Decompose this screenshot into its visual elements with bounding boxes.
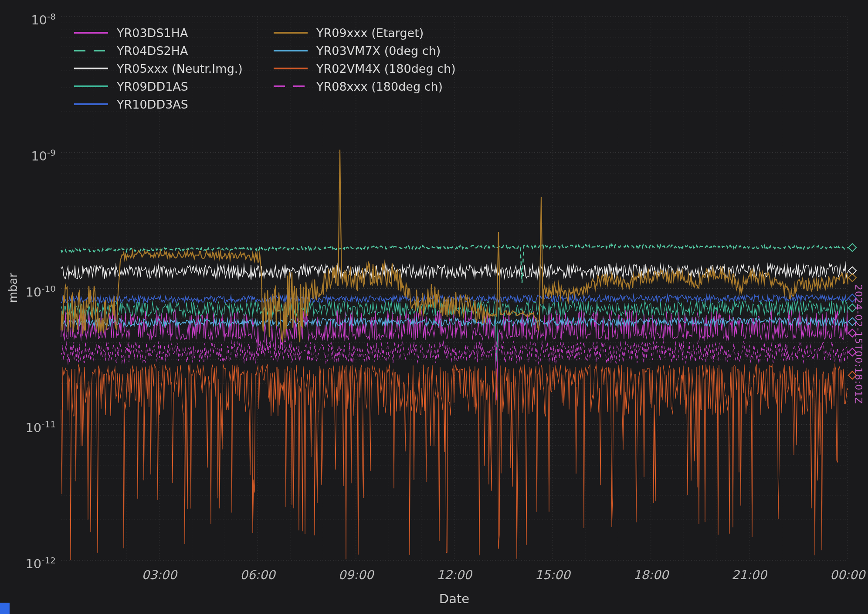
- legend-label: YR08xxx (180deg ch): [316, 80, 443, 93]
- legend-item: YR10DD3AS: [74, 97, 274, 112]
- y-axis-title: mbar: [7, 273, 20, 303]
- y-tick-base: 10: [25, 420, 41, 435]
- x-tick-label: 00:00: [815, 568, 868, 582]
- legend-item: YR08xxx (180deg ch): [274, 79, 473, 94]
- y-tick-label: 10-11: [0, 417, 56, 435]
- legend-item: YR09xxx (Etarget): [274, 25, 473, 40]
- legend-swatch: [74, 32, 108, 34]
- legend-item: YR09DD1AS: [74, 79, 274, 94]
- x-tick-label: 15:00: [520, 568, 585, 582]
- legend-swatch: [274, 50, 308, 51]
- y-tick-base: 10: [31, 13, 47, 27]
- legend-label: YR03DS1HA: [117, 26, 188, 40]
- legend-column: YR09xxx (Etarget)YR03VM7X (0deg ch)YR02V…: [274, 25, 473, 112]
- y-tick-base: 10: [25, 284, 41, 299]
- chart-stage: YR03DS1HAYR04DS2HAYR05xxx (Neutr.Img.)YR…: [0, 0, 868, 614]
- y-tick-exponent: -8: [47, 11, 56, 22]
- legend-label: YR09DD1AS: [117, 80, 188, 93]
- legend-swatch: [74, 103, 108, 105]
- x-tick-label: 09:00: [323, 568, 389, 582]
- legend-label: YR03VM7X (0deg ch): [316, 44, 441, 58]
- timestamp-annotation: 2024-02-15T00:18:01Z: [853, 284, 864, 404]
- legend-swatch: [274, 85, 308, 87]
- y-tick-label: 10-9: [0, 145, 56, 164]
- legend-swatch: [274, 32, 308, 34]
- legend: YR03DS1HAYR04DS2HAYR05xxx (Neutr.Img.)YR…: [74, 25, 473, 112]
- legend-item: YR04DS2HA: [74, 43, 274, 58]
- x-axis-title: Date: [61, 591, 848, 606]
- y-tick-label: 10-12: [0, 553, 56, 571]
- legend-label: YR02VM4X (180deg ch): [316, 62, 456, 75]
- legend-swatch: [74, 50, 108, 51]
- legend-label: YR10DD3AS: [117, 98, 188, 111]
- y-tick-exponent: -9: [47, 147, 56, 158]
- legend-column: YR03DS1HAYR04DS2HAYR05xxx (Neutr.Img.)YR…: [74, 25, 274, 112]
- y-tick-exponent: -10: [41, 283, 56, 294]
- legend-item: YR03DS1HA: [74, 25, 274, 40]
- y-tick-exponent: -12: [41, 555, 56, 566]
- legend-item: YR03VM7X (0deg ch): [274, 43, 473, 58]
- legend-swatch: [74, 68, 108, 69]
- y-tick-base: 10: [25, 556, 41, 571]
- legend-label: YR09xxx (Etarget): [316, 26, 424, 40]
- legend-swatch: [274, 68, 308, 69]
- legend-label: YR05xxx (Neutr.Img.): [117, 62, 243, 75]
- corner-accent: [0, 603, 10, 614]
- y-tick-exponent: -11: [41, 419, 56, 430]
- x-tick-label: 12:00: [422, 568, 487, 582]
- x-tick-label: 03:00: [127, 568, 192, 582]
- x-tick-label: 18:00: [618, 568, 684, 582]
- x-tick-label: 06:00: [225, 568, 290, 582]
- y-tick-base: 10: [31, 148, 47, 163]
- x-tick-label: 21:00: [716, 568, 782, 582]
- y-tick-label: 10-8: [0, 9, 56, 27]
- legend-item: YR05xxx (Neutr.Img.): [74, 61, 274, 76]
- legend-label: YR04DS2HA: [117, 44, 188, 58]
- legend-swatch: [74, 85, 108, 87]
- legend-item: YR02VM4X (180deg ch): [274, 61, 473, 76]
